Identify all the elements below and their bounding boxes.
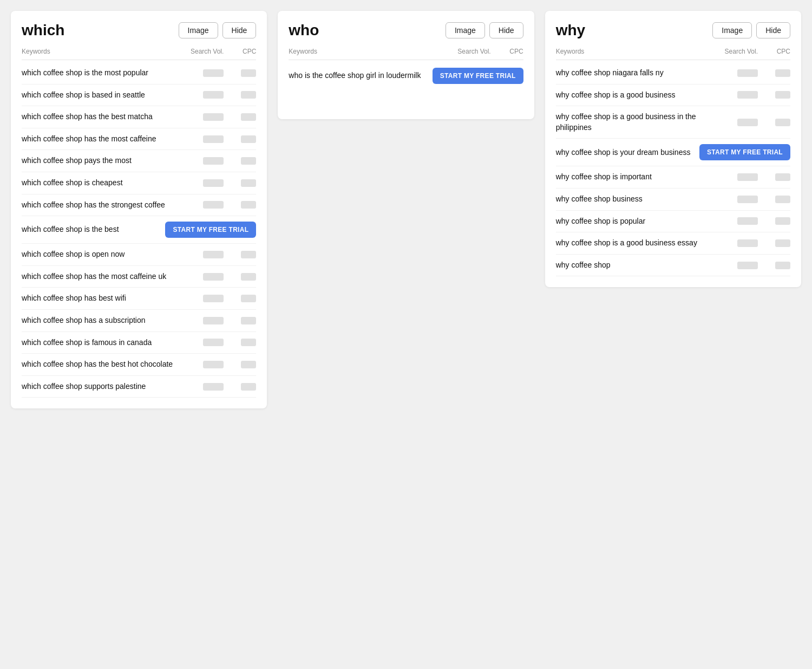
keyword-text-which-4: which coffee shop pays the most (22, 155, 180, 166)
search-vol-cell-why-2 (715, 119, 758, 126)
keyword-row-which-5: which coffee shop is cheapest (22, 172, 256, 194)
card-who: whoImageHideKeywordsSearch Vol.CPCwho is… (278, 11, 534, 119)
trial-button-who-0[interactable]: START MY FREE TRIAL (433, 68, 523, 84)
search-vol-header-who: Search Vol. (448, 48, 491, 55)
keyword-text-who-0: who is the coffee shop girl in loudermil… (289, 70, 432, 81)
table-header-which: KeywordsSearch Vol.CPC (22, 48, 256, 60)
cpc-bar-why-7 (775, 239, 790, 247)
hide-button-why[interactable]: Hide (756, 22, 790, 38)
keyword-text-which-1: which coffee shop is based in seattle (22, 90, 180, 101)
cpc-cell-why-7 (758, 239, 790, 247)
cpc-cell-which-4 (224, 157, 256, 165)
cpc-header-which: CPC (224, 48, 256, 55)
keyword-text-which-5: which coffee shop is cheapest (22, 178, 180, 189)
cpc-bar-which-5 (241, 179, 256, 187)
cpc-cell-why-8 (758, 262, 790, 269)
keyword-text-which-0: which coffee shop is the most popular (22, 68, 180, 79)
search-vol-bar-why-4 (737, 173, 758, 181)
search-vol-bar-why-8 (737, 262, 758, 269)
search-vol-cell-which-1 (180, 91, 224, 99)
search-vol-cell-why-5 (715, 196, 758, 203)
cpc-header-why: CPC (758, 48, 790, 55)
header-buttons-which: ImageHide (179, 22, 257, 38)
keyword-text-why-6: why coffee shop is popular (556, 216, 715, 227)
keyword-row-which-9: which coffee shop has the most caffeine … (22, 266, 256, 288)
trial-button-which-7[interactable]: START MY FREE TRIAL (165, 222, 256, 238)
cpc-cell-which-5 (224, 179, 256, 187)
cpc-bar-why-8 (775, 262, 790, 269)
search-vol-cell-which-14 (180, 383, 224, 391)
keyword-text-which-7: which coffee shop is the best (22, 224, 180, 235)
cpc-bar-which-1 (241, 91, 256, 99)
header-buttons-who: ImageHide (446, 22, 523, 38)
image-button-why[interactable]: Image (712, 22, 752, 38)
trial-cell-why-3: START MY FREE TRIAL (715, 144, 790, 160)
search-vol-bar-why-6 (737, 217, 758, 225)
card-header-who: whoImageHide (289, 22, 523, 39)
hide-button-who[interactable]: Hide (489, 22, 523, 38)
search-vol-cell-which-12 (180, 339, 224, 346)
keyword-row-why-6: why coffee shop is popular (556, 211, 790, 233)
cpc-cell-which-13 (224, 361, 256, 368)
search-vol-cell-why-6 (715, 217, 758, 225)
card-why: whyImageHideKeywordsSearch Vol.CPCwhy co… (545, 11, 801, 287)
keyword-text-which-3: which coffee shop has the most caffeine (22, 134, 180, 145)
cpc-cell-why-6 (758, 217, 790, 225)
cpc-cell-which-9 (224, 273, 256, 281)
keyword-row-which-2: which coffee shop has the best matcha (22, 106, 256, 128)
search-vol-bar-which-4 (203, 157, 224, 165)
cpc-bar-which-6 (241, 201, 256, 209)
cpc-header-who: CPC (491, 48, 523, 55)
search-vol-header-which: Search Vol. (180, 48, 224, 55)
keyword-row-why-2: why coffee shop is a good business in th… (556, 106, 790, 139)
keyword-text-why-2: why coffee shop is a good business in th… (556, 112, 715, 133)
cpc-bar-why-0 (775, 69, 790, 77)
cpc-cell-which-11 (224, 317, 256, 324)
search-vol-bar-which-12 (203, 339, 224, 346)
cpc-bar-why-1 (775, 91, 790, 99)
search-vol-bar-which-13 (203, 361, 224, 368)
cpc-bar-which-12 (241, 339, 256, 346)
keyword-text-why-4: why coffee shop is important (556, 172, 715, 183)
trial-button-why-3[interactable]: START MY FREE TRIAL (699, 144, 790, 160)
cpc-cell-why-2 (758, 119, 790, 126)
card-header-why: whyImageHide (556, 22, 790, 39)
search-vol-bar-which-8 (203, 251, 224, 258)
search-vol-cell-why-1 (715, 91, 758, 99)
card-title-who: who (289, 22, 319, 39)
keyword-row-which-4: which coffee shop pays the most (22, 150, 256, 172)
keyword-text-why-3: why coffee shop is your dream business (556, 147, 715, 158)
search-vol-bar-which-3 (203, 135, 224, 143)
cpc-cell-which-10 (224, 295, 256, 302)
keywords-header-who: Keywords (289, 48, 447, 55)
cpc-bar-which-8 (241, 251, 256, 258)
cpc-bar-which-2 (241, 113, 256, 121)
keyword-text-why-7: why coffee shop is a good business essay (556, 238, 715, 249)
keyword-row-which-0: which coffee shop is the most popular (22, 62, 256, 85)
search-vol-bar-why-1 (737, 91, 758, 99)
cpc-cell-which-8 (224, 251, 256, 258)
cpc-bar-why-4 (775, 173, 790, 181)
image-button-which[interactable]: Image (179, 22, 218, 38)
image-button-who[interactable]: Image (446, 22, 485, 38)
card-title-which: which (22, 22, 64, 39)
keyword-row-which-11: which coffee shop has a subscription (22, 310, 256, 332)
keyword-row-who-0: who is the coffee shop girl in loudermil… (289, 62, 523, 89)
search-vol-bar-why-5 (737, 196, 758, 203)
cpc-bar-why-5 (775, 196, 790, 203)
header-buttons-why: ImageHide (712, 22, 790, 38)
cpc-bar-which-14 (241, 383, 256, 391)
keyword-text-which-9: which coffee shop has the most caffeine … (22, 271, 180, 282)
cpc-cell-why-0 (758, 69, 790, 77)
search-vol-bar-why-0 (737, 69, 758, 77)
hide-button-which[interactable]: Hide (222, 22, 257, 38)
card-title-why: why (556, 22, 585, 39)
trial-cell-which-7: START MY FREE TRIAL (180, 222, 256, 238)
search-vol-header-why: Search Vol. (715, 48, 758, 55)
cpc-cell-why-4 (758, 173, 790, 181)
cpc-bar-which-3 (241, 135, 256, 143)
cpc-cell-which-6 (224, 201, 256, 209)
search-vol-cell-which-5 (180, 179, 224, 187)
search-vol-cell-which-13 (180, 361, 224, 368)
cpc-cell-why-5 (758, 196, 790, 203)
